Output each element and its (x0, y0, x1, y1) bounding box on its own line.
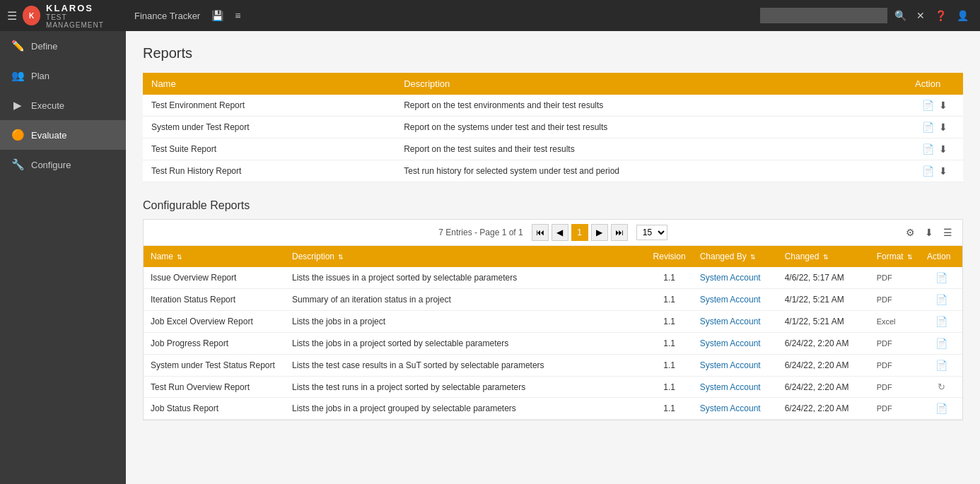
columns-icon[interactable]: ☰ (940, 225, 955, 240)
configure-icon: 🔧 (11, 158, 24, 171)
cfg-report-changed-by: System Account (693, 267, 778, 289)
sidebar-item-execute-label: Execute (31, 100, 64, 111)
download-icon2[interactable]: ⬇ (939, 100, 947, 111)
cfg-report-format: PDF (870, 377, 920, 398)
help-icon[interactable]: ❓ (932, 8, 950, 23)
pagination-page-1[interactable]: 1 (571, 224, 588, 241)
cfg-report-revision: 1.1 (646, 377, 693, 398)
sidebar-item-define[interactable]: ✏️ Define (0, 31, 126, 61)
sidebar-item-plan[interactable]: 👥 Plan (0, 61, 126, 90)
cfg-report-changed: 4/1/22, 5:21 AM (778, 289, 870, 311)
changed-sort-icon[interactable]: ⇅ (823, 254, 829, 261)
changed-by-link[interactable]: System Account (700, 273, 761, 283)
search-input[interactable] (760, 8, 887, 23)
report-actions: 📄 ⬇ (906, 138, 963, 160)
download-report-icon[interactable]: 📄 (935, 403, 947, 414)
changed-by-link[interactable]: System Account (700, 403, 761, 413)
search-icon[interactable]: 🔍 (892, 8, 909, 23)
sidebar-item-evaluate-label: Evaluate (31, 130, 67, 141)
cfg-report-changed: 6/24/22, 2:20 AM (778, 377, 870, 398)
configurable-reports-table: Name ⇅ Description ⇅ Revision Changed By (144, 246, 962, 420)
changed-by-sort-icon[interactable]: ⇅ (750, 254, 756, 261)
download-pdf-icon[interactable]: 📄 (922, 100, 934, 111)
sidebar-item-evaluate[interactable]: 🟠 Evaluate (0, 120, 126, 150)
pagination-info: 7 Entries - Page 1 of 1 (438, 228, 523, 237)
cfg-report-revision: 1.1 (646, 355, 693, 377)
report-description: Report on the test environments and thei… (395, 95, 906, 117)
pagination-last[interactable]: ⏭ (611, 224, 628, 241)
col-action-header: Action (920, 246, 962, 267)
cfg-report-description: Lists the jobs in a project (285, 311, 646, 333)
hamburger-icon[interactable]: ☰ (7, 9, 17, 23)
desc-sort-icon[interactable]: ⇅ (338, 254, 344, 261)
table-row: Job Excel Overview Report Lists the jobs… (144, 311, 962, 333)
table-row: Issue Overview Report Lists the issues i… (144, 267, 962, 289)
col-changed-by-header: Changed By ⇅ (693, 246, 778, 267)
download-report-icon[interactable]: 📄 (935, 338, 947, 349)
download-report-icon[interactable]: 📄 (935, 316, 947, 327)
app-title: KLAROS (46, 3, 119, 13)
download-icon2[interactable]: ⬇ (939, 165, 947, 177)
col-format-header: Format ⇅ (870, 246, 920, 267)
standard-reports-table: Name Description Action Test Environment… (143, 73, 963, 182)
table-row: Test Run Overview Report Lists the test … (144, 377, 962, 398)
sidebar-item-configure[interactable]: 🔧 Configure (0, 150, 126, 179)
cfg-report-description: Lists the jobs in a project sorted by se… (285, 333, 646, 355)
pagination-prev[interactable]: ◀ (552, 224, 568, 241)
download-pdf-icon[interactable]: 📄 (922, 122, 934, 133)
download-report-icon[interactable]: 📄 (935, 360, 947, 371)
changed-by-link[interactable]: System Account (700, 338, 761, 348)
cfg-report-action: 📄 (920, 398, 962, 420)
report-name: System under Test Report (143, 117, 395, 138)
download-icon2[interactable]: ⬇ (939, 143, 947, 155)
cfg-report-name: Test Run Overview Report (144, 377, 285, 398)
cfg-report-changed-by: System Account (693, 333, 778, 355)
define-icon: ✏️ (11, 40, 24, 52)
cfg-report-format: PDF (870, 355, 920, 377)
sidebar-header: ☰ K KLAROS TEST MANAGEMENT (0, 0, 126, 31)
cfg-report-action: 📄 (920, 267, 962, 289)
sidebar: ☰ K KLAROS TEST MANAGEMENT ✏️ Define 👥 P… (0, 0, 126, 484)
cfg-report-action: 📄 (920, 355, 962, 377)
report-name: Test Environment Report (143, 95, 395, 117)
cfg-report-changed-by: System Account (693, 355, 778, 377)
download-pdf-icon[interactable]: 📄 (922, 143, 934, 155)
cfg-report-format: PDF (870, 289, 920, 311)
format-sort-icon[interactable]: ⇅ (907, 254, 913, 261)
changed-by-link[interactable]: System Account (700, 360, 761, 370)
col-desc-header: Description ⇅ (285, 246, 646, 267)
cfg-report-description: Lists the test runs in a project sorted … (285, 377, 646, 398)
download-pdf-icon[interactable]: 📄 (922, 165, 934, 177)
cfg-report-name: Job Status Report (144, 398, 285, 420)
cfg-report-action: 📄 (920, 289, 962, 311)
download-report-icon[interactable]: 📄 (935, 294, 947, 305)
search-clear-icon[interactable]: ✕ (914, 8, 928, 23)
project-list-icon[interactable]: ≡ (232, 8, 243, 23)
user-icon[interactable]: 👤 (954, 8, 972, 23)
filter-icon[interactable]: ⚙ (903, 225, 918, 240)
download-icon2[interactable]: ⬇ (939, 122, 947, 133)
spinner-icon: ↻ (938, 382, 945, 392)
topbar: Finance Tracker 💾 ≡ 🔍 ✕ ❓ 👤 (126, 0, 980, 31)
export-icon[interactable]: ⬇ (922, 225, 936, 240)
name-sort-icon[interactable]: ⇅ (177, 254, 182, 261)
cfg-report-description: Lists the jobs in a project grouped by s… (285, 398, 646, 420)
col-name: Name (143, 73, 395, 95)
page-size-select[interactable]: 15 25 50 (636, 225, 667, 240)
cfg-report-revision: 1.1 (646, 267, 693, 289)
plan-icon: 👥 (11, 69, 24, 82)
cfg-report-name: System under Test Status Report (144, 355, 285, 377)
pagination-first[interactable]: ⏮ (532, 224, 549, 241)
changed-by-link[interactable]: System Account (700, 382, 761, 392)
table-row: Test Environment Report Report on the te… (143, 95, 963, 117)
changed-by-link[interactable]: System Account (700, 295, 761, 305)
changed-by-link[interactable]: System Account (700, 317, 761, 326)
report-description: Report on the systems under test and the… (395, 117, 906, 138)
project-save-icon[interactable]: 💾 (209, 8, 226, 23)
pagination-next[interactable]: ▶ (591, 224, 608, 241)
sidebar-item-execute[interactable]: ▶ Execute (0, 90, 126, 120)
download-report-icon[interactable]: 📄 (935, 272, 947, 283)
report-description: Report on the test suites and their test… (395, 138, 906, 160)
main-wrapper: Finance Tracker 💾 ≡ 🔍 ✕ ❓ 👤 Reports Name… (126, 0, 980, 484)
cfg-report-action: 📄 (920, 311, 962, 333)
